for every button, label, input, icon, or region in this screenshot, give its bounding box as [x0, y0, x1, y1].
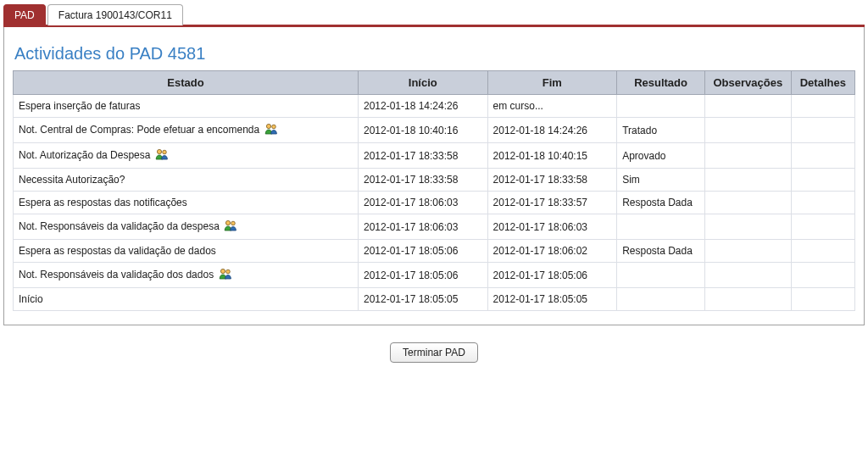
cell-detalhes: [791, 118, 854, 143]
people-icon: [224, 219, 237, 234]
cell-inicio: 2012-01-17 18:05:06: [358, 240, 487, 263]
estado-text: Not. Responsáveis da validação dos dados: [19, 269, 214, 281]
people-icon: [264, 123, 278, 137]
col-header-estado: Estado: [14, 71, 359, 95]
table-row: Necessita Autorização?2012-01-17 18:33:5…: [14, 169, 855, 192]
cell-estado: Not. Autorização da Despesa: [14, 143, 359, 169]
people-icon: [219, 268, 232, 282]
cell-fim: 2012-01-18 14:24:26: [487, 118, 617, 143]
cell-estado: Espera inserção de faturas: [14, 95, 359, 118]
cell-resultado: [617, 95, 705, 118]
estado-text: Início: [19, 293, 43, 305]
cell-detalhes: [791, 263, 854, 288]
estado-text: Espera as respostas da validação de dado…: [19, 245, 216, 257]
people-icon: [155, 148, 169, 163]
content-panel: Actividades do PAD 4581 Estado Início Fi…: [3, 27, 865, 325]
terminar-pad-button[interactable]: Terminar PAD: [390, 342, 478, 363]
cell-observacoes: [704, 169, 791, 192]
col-header-detalhes: Detalhes: [791, 71, 854, 95]
cell-resultado: Aprovado: [617, 143, 705, 169]
cell-inicio: 2012-01-17 18:33:58: [358, 169, 487, 192]
table-row: Início2012-01-17 18:05:052012-01-17 18:0…: [14, 288, 855, 311]
cell-observacoes: [704, 288, 791, 311]
cell-inicio: 2012-01-17 18:06:03: [358, 192, 487, 214]
cell-fim: em curso...: [487, 95, 617, 118]
svg-point-3: [162, 150, 166, 154]
cell-inicio: 2012-01-17 18:05:06: [358, 263, 487, 288]
col-header-resultado: Resultado: [617, 71, 705, 95]
tab-pad[interactable]: PAD: [3, 4, 46, 25]
cell-fim: 2012-01-17 18:06:03: [487, 214, 617, 240]
cell-observacoes: [704, 214, 791, 240]
estado-text: Not. Responsáveis da validação da despes…: [19, 220, 220, 232]
estado-text: Espera inserção de faturas: [19, 100, 140, 112]
tab-factura[interactable]: Factura 1900143/COR11: [47, 4, 183, 25]
cell-estado: Not. Central de Compras: Pode efetuar a …: [14, 118, 359, 143]
cell-resultado: [617, 214, 705, 240]
cell-estado: Espera as respostas das notificações: [14, 192, 359, 214]
cell-observacoes: [704, 118, 791, 143]
cell-inicio: 2012-01-18 14:24:26: [358, 95, 487, 118]
estado-text: Espera as respostas das notificações: [19, 197, 187, 208]
cell-inicio: 2012-01-18 10:40:16: [358, 118, 487, 143]
table-row: Not. Responsáveis da validação da despes…: [14, 214, 855, 240]
tabs-bar: PAD Factura 1900143/COR11: [3, 3, 865, 27]
cell-estado: Necessita Autorização?: [14, 169, 359, 192]
col-header-fim: Fim: [487, 71, 617, 95]
cell-resultado: [617, 288, 705, 311]
cell-resultado: Resposta Dada: [617, 240, 705, 263]
cell-inicio: 2012-01-17 18:06:03: [358, 214, 487, 240]
cell-inicio: 2012-01-17 18:33:58: [358, 143, 487, 169]
cell-estado: Not. Responsáveis da validação dos dados: [14, 263, 359, 288]
svg-point-0: [266, 124, 270, 128]
table-row: Not. Autorização da Despesa 2012-01-17 1…: [14, 143, 855, 169]
cell-estado: Início: [14, 288, 359, 311]
cell-observacoes: [704, 240, 791, 263]
col-header-inicio: Início: [358, 71, 487, 95]
table-header-row: Estado Início Fim Resultado Observações …: [14, 71, 855, 95]
svg-point-5: [231, 221, 236, 225]
estado-text: Not. Autorização da Despesa: [19, 149, 150, 161]
cell-observacoes: [704, 95, 791, 118]
table-row: Not. Central de Compras: Pode efetuar a …: [14, 118, 855, 143]
cell-resultado: Resposta Dada: [617, 192, 705, 214]
cell-observacoes: [704, 192, 791, 214]
cell-observacoes: [704, 263, 791, 288]
cell-resultado: [617, 263, 705, 288]
cell-resultado: Tratado: [617, 118, 705, 143]
cell-detalhes: [791, 192, 854, 214]
table-row: Espera as respostas das notificações2012…: [14, 192, 855, 214]
col-header-observacoes: Observações: [704, 71, 791, 95]
cell-fim: 2012-01-17 18:05:05: [487, 288, 617, 311]
cell-estado: Not. Responsáveis da validação da despes…: [14, 214, 359, 240]
cell-inicio: 2012-01-17 18:05:05: [358, 288, 487, 311]
cell-fim: 2012-01-18 10:40:15: [487, 143, 617, 169]
cell-fim: 2012-01-17 18:05:06: [487, 263, 617, 288]
table-row: Espera inserção de faturas2012-01-18 14:…: [14, 95, 855, 118]
table-row: Espera as respostas da validação de dado…: [14, 240, 855, 263]
cell-detalhes: [791, 214, 854, 240]
cell-detalhes: [791, 95, 854, 118]
cell-estado: Espera as respostas da validação de dado…: [14, 240, 359, 263]
cell-detalhes: [791, 240, 854, 263]
page-title: Actividades do PAD 4581: [13, 44, 855, 64]
table-row: Not. Responsáveis da validação dos dados…: [14, 263, 855, 288]
footer: Terminar PAD: [3, 342, 865, 363]
cell-fim: 2012-01-17 18:33:58: [487, 169, 617, 192]
cell-fim: 2012-01-17 18:06:02: [487, 240, 617, 263]
svg-point-2: [157, 149, 161, 153]
estado-text: Necessita Autorização?: [19, 174, 125, 186]
cell-fim: 2012-01-17 18:33:57: [487, 192, 617, 214]
cell-detalhes: [791, 169, 854, 192]
svg-point-4: [226, 220, 231, 225]
svg-point-7: [225, 269, 230, 274]
cell-detalhes: [791, 143, 854, 169]
svg-point-1: [271, 125, 275, 129]
cell-observacoes: [704, 143, 791, 169]
svg-point-6: [220, 269, 225, 273]
estado-text: Not. Central de Compras: Pode efetuar a …: [19, 124, 259, 136]
table-body: Espera inserção de faturas2012-01-18 14:…: [14, 95, 855, 311]
cell-detalhes: [791, 288, 854, 311]
cell-resultado: Sim: [617, 169, 705, 192]
activities-table: Estado Início Fim Resultado Observações …: [13, 70, 855, 311]
